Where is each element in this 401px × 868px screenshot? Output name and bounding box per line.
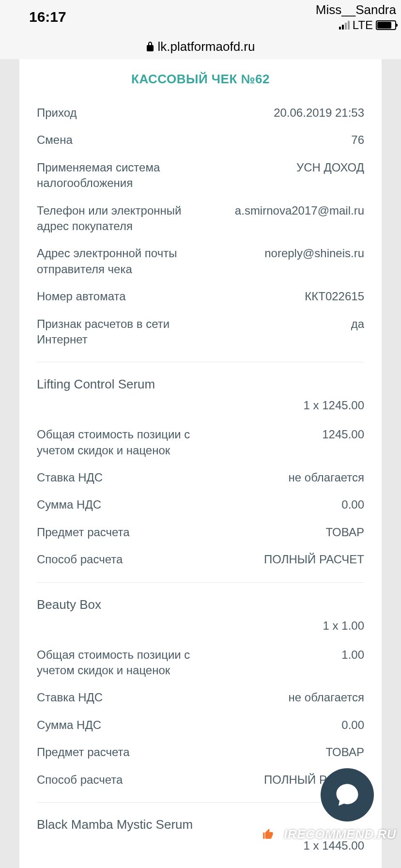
item-row: Предмет расчетаТОВАР <box>37 739 364 766</box>
item-qty-price: 1 x 1245.00 <box>37 399 364 421</box>
header-row: Телефон или электронный адрес покупателя… <box>37 197 364 240</box>
item-name: Beauty Box <box>37 593 364 619</box>
divider <box>37 362 364 362</box>
row-label: Сумма НДС <box>37 497 214 512</box>
row-label: Номер автомата <box>37 289 214 304</box>
item-row: Ставка НДСне облагается <box>37 684 364 711</box>
row-label: Предмет расчета <box>37 525 214 540</box>
row-label: Телефон или электронный адрес покупателя <box>37 203 214 234</box>
status-username: Miss__Sandra <box>316 2 396 17</box>
row-label: Общая стоимость позиции с учетом скидок … <box>37 427 214 458</box>
row-value: 76 <box>223 132 364 148</box>
header-row: Адрес электронной почты отправителя чека… <box>37 240 364 283</box>
row-value: ПОЛНЫЙ РАСЧЕТ <box>223 552 364 567</box>
row-label: Смена <box>37 132 214 148</box>
row-label: Адрес электронной почты отправителя чека <box>37 246 214 277</box>
receipt-card: КАССОВЫЙ ЧЕК №62 Приход20.06.2019 21:53С… <box>19 59 382 868</box>
header-row: Номер автоматаККТ022615 <box>37 283 364 310</box>
browser-url-bar[interactable]: lk.platformaofd.ru <box>0 34 401 59</box>
row-label: Признак расчетов в сети Интернет <box>37 316 214 348</box>
row-value: да <box>223 316 364 332</box>
row-label: Ставка НДС <box>37 470 214 485</box>
item-row: Сумма НДС0.00 <box>37 491 364 518</box>
network-label: LTE <box>353 18 373 32</box>
item-qty-price: 1 x 1.00 <box>37 619 364 641</box>
row-label: Общая стоимость позиции с учетом скидок … <box>37 647 214 679</box>
item-row: Предмет расчетаТОВАР <box>37 519 364 546</box>
watermark: IRECOMMEND.RU <box>258 823 396 845</box>
divider <box>37 582 364 583</box>
chat-icon <box>334 782 360 808</box>
chat-button[interactable] <box>321 768 374 822</box>
status-time: 16:17 <box>29 9 66 25</box>
row-label: Сумма НДС <box>37 717 214 733</box>
row-label: Применяемая система налогообложения <box>37 160 214 191</box>
divider <box>37 802 364 803</box>
row-value: ТОВАР <box>223 744 364 760</box>
item-name: Lifting Control Serum <box>37 373 364 399</box>
item-row: Способ расчетаПОЛНЫЙ РАСЧЕТ <box>37 546 364 573</box>
lock-icon <box>146 42 154 51</box>
status-indicators: LTE <box>339 18 396 32</box>
page-background: КАССОВЫЙ ЧЕК №62 Приход20.06.2019 21:53С… <box>0 59 401 868</box>
header-row: Смена76 <box>37 126 364 154</box>
row-value: не облагается <box>223 470 364 485</box>
item-row: Сумма НДС0.00 <box>37 712 364 739</box>
row-label: Способ расчета <box>37 552 214 567</box>
row-label: Предмет расчета <box>37 744 214 760</box>
status-right: Miss__Sandra LTE <box>316 2 396 32</box>
header-row: Приход20.06.2019 21:53 <box>37 99 364 126</box>
item-row: Способ расчетаПОЛНЫЙ РАСЧЕТ <box>37 766 364 793</box>
item-row: Ставка НДСне облагается <box>37 464 364 491</box>
row-value: 20.06.2019 21:53 <box>223 105 364 121</box>
row-value: 1.00 <box>223 647 364 663</box>
item-row: Общая стоимость позиции с учетом скидок … <box>37 421 364 464</box>
status-bar: 16:17 Miss__Sandra LTE <box>0 0 401 34</box>
row-value: 1245.00 <box>223 427 364 442</box>
watermark-text: IRECOMMEND.RU <box>284 827 396 842</box>
signal-icon <box>339 21 350 30</box>
row-label: Ставка НДС <box>37 690 214 705</box>
row-value: 0.00 <box>223 497 364 512</box>
item-row: Общая стоимость позиции с учетом скидок … <box>37 641 364 684</box>
item-row: Общая стоимость позиции с учетом скидок … <box>37 861 364 868</box>
row-value: noreply@shineis.ru <box>223 246 364 261</box>
row-value: 0.00 <box>223 717 364 733</box>
header-row: Применяемая система налогообложенияУСН Д… <box>37 154 364 197</box>
thumbs-up-icon <box>258 823 279 845</box>
row-value: ТОВАР <box>223 525 364 540</box>
row-label: Приход <box>37 105 214 121</box>
row-value: a.smirnova2017@mail.ru <box>223 203 364 218</box>
header-row: Признак расчетов в сети Интернетда <box>37 310 364 354</box>
row-label: Способ расчета <box>37 772 214 788</box>
row-value: не облагается <box>223 690 364 705</box>
battery-icon <box>376 20 396 30</box>
row-value: ККТ022615 <box>223 289 364 304</box>
receipt-title: КАССОВЫЙ ЧЕК №62 <box>37 69 364 99</box>
row-value: УСН ДОХОД <box>223 160 364 175</box>
url-text: lk.platformaofd.ru <box>158 39 255 54</box>
